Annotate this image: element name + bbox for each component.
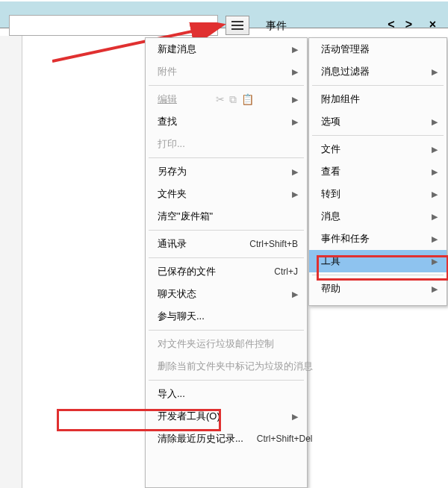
menu-folder[interactable]: 文件夹▶ bbox=[146, 183, 307, 205]
submenu-file[interactable]: 文件▶ bbox=[309, 138, 447, 160]
submenu-addons[interactable]: 附加组件 bbox=[309, 88, 447, 110]
chevron-right-icon: ▶ bbox=[432, 190, 438, 199]
submenu-events-tasks[interactable]: 事件和任务▶ bbox=[309, 228, 447, 250]
menu-save-as[interactable]: 另存为▶ bbox=[146, 160, 307, 183]
menu-empty-trash[interactable]: 清空"废件箱" bbox=[146, 205, 307, 228]
menu-import[interactable]: 导入... bbox=[146, 383, 307, 405]
address-input[interactable] bbox=[9, 15, 218, 36]
hamburger-menu-button[interactable] bbox=[225, 16, 249, 35]
sidebar bbox=[0, 36, 22, 488]
menu-delete-junk: 删除当前文件夹中标记为垃圾的消息 bbox=[146, 355, 307, 378]
menu-attachment: 附件▶ bbox=[146, 60, 307, 83]
hamburger-icon bbox=[231, 21, 243, 30]
header-title: 事件 bbox=[266, 19, 287, 33]
menu-dev-tools[interactable]: 开发者工具(O)▶ bbox=[146, 405, 307, 428]
main-menu-panel: 新建消息▶ 附件▶ 编辑 ✂⧉📋 ▶ 查找▶ 打印... 另存为▶ 文件夹▶ 清… bbox=[145, 37, 308, 488]
chevron-right-icon: ▶ bbox=[432, 167, 438, 177]
chevron-right-icon: ▶ bbox=[292, 190, 298, 199]
copy-icon: ⧉ bbox=[229, 93, 237, 106]
chevron-right-icon: ▶ bbox=[292, 45, 298, 54]
menu-junk-control: 对文件夹运行垃圾邮件控制 bbox=[146, 333, 307, 355]
chevron-right-icon: ▶ bbox=[292, 412, 298, 422]
menu-find[interactable]: 查找▶ bbox=[146, 110, 307, 133]
sub-menu-panel: 活动管理器 消息过滤器▶ 附加组件 选项▶ 文件▶ 查看▶ 转到▶ 消息▶ 事件… bbox=[308, 37, 447, 306]
chevron-right-icon: ▶ bbox=[432, 257, 438, 266]
chevron-right-icon: ▶ bbox=[432, 67, 438, 77]
chevron-right-icon: ▶ bbox=[432, 145, 438, 154]
cut-icon: ✂ bbox=[216, 93, 225, 106]
submenu-message-filter[interactable]: 消息过滤器▶ bbox=[309, 60, 447, 83]
menu-join-chat[interactable]: 参与聊天... bbox=[146, 305, 307, 328]
chevron-right-icon: ▶ bbox=[292, 167, 298, 177]
chevron-right-icon: ▶ bbox=[292, 67, 298, 77]
menu-chat-status[interactable]: 聊天状态▶ bbox=[146, 283, 307, 305]
menu-addressbook[interactable]: 通讯录Ctrl+Shift+B bbox=[146, 233, 307, 255]
submenu-message[interactable]: 消息▶ bbox=[309, 205, 447, 228]
submenu-tools[interactable]: 工具▶ bbox=[309, 250, 447, 272]
close-button[interactable]: × bbox=[429, 18, 436, 31]
nav-next-button[interactable]: > bbox=[405, 18, 412, 31]
chevron-right-icon: ▶ bbox=[432, 234, 438, 244]
chevron-right-icon: ▶ bbox=[292, 290, 298, 299]
chevron-right-icon: ▶ bbox=[432, 212, 438, 222]
menu-clear-history[interactable]: 清除最近历史记录...Ctrl+Shift+Del bbox=[146, 428, 307, 450]
chevron-right-icon: ▶ bbox=[292, 117, 298, 127]
submenu-view[interactable]: 查看▶ bbox=[309, 160, 447, 183]
menu-new-message[interactable]: 新建消息▶ bbox=[146, 38, 307, 60]
submenu-goto[interactable]: 转到▶ bbox=[309, 183, 447, 205]
menu-edit: 编辑 ✂⧉📋 ▶ bbox=[146, 88, 307, 110]
paste-icon: 📋 bbox=[241, 93, 254, 106]
nav-prev-button[interactable]: < bbox=[388, 18, 394, 31]
menu-print: 打印... bbox=[146, 133, 307, 155]
chevron-right-icon: ▶ bbox=[432, 284, 438, 294]
submenu-options[interactable]: 选项▶ bbox=[309, 110, 447, 133]
menu-saved-files[interactable]: 已保存的文件Ctrl+J bbox=[146, 260, 307, 283]
chevron-right-icon: ▶ bbox=[292, 95, 298, 104]
submenu-help[interactable]: 帮助▶ bbox=[309, 278, 447, 300]
submenu-activity-manager[interactable]: 活动管理器 bbox=[309, 38, 447, 60]
chevron-right-icon: ▶ bbox=[432, 117, 438, 127]
